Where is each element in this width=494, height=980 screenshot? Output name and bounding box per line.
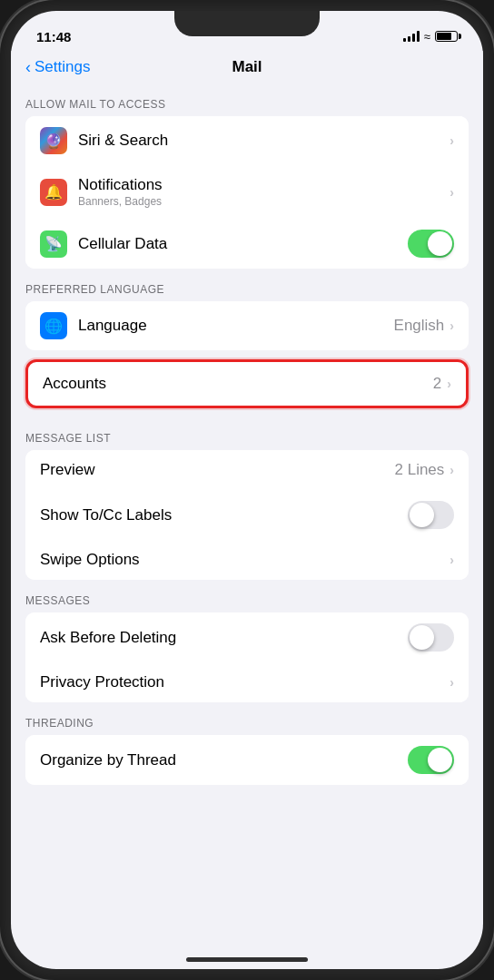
preview-value: 2 Lines bbox=[395, 461, 445, 479]
threading-group: Organize by Thread bbox=[25, 735, 469, 785]
privacy-protection-row[interactable]: Privacy Protection › bbox=[25, 662, 469, 702]
ask-before-deleting-title: Ask Before Deleting bbox=[40, 629, 408, 647]
section-threading: THREADING Organize by Thread bbox=[11, 702, 483, 785]
privacy-protection-chevron-icon: › bbox=[450, 675, 454, 690]
ask-before-deleting-right bbox=[408, 623, 454, 652]
language-group: 🌐 Language English › bbox=[25, 301, 469, 350]
accounts-wrapper: Accounts 2 › bbox=[25, 359, 469, 408]
section-messages: MESSAGES Ask Before Deleting Privacy bbox=[11, 580, 483, 702]
wifi-icon: ≈ bbox=[424, 30, 430, 44]
notifications-content: Notifications Banners, Badges bbox=[78, 176, 450, 208]
cellular-icon: 📡 bbox=[40, 230, 67, 258]
siri-search-content: Siri & Search bbox=[78, 132, 450, 150]
show-tocc-toggle[interactable] bbox=[408, 501, 454, 529]
siri-search-chevron-icon: › bbox=[450, 133, 454, 148]
language-value: English bbox=[394, 317, 445, 335]
notifications-subtitle: Banners, Badges bbox=[78, 195, 450, 208]
cellular-data-right bbox=[408, 230, 454, 258]
section-messages-header: MESSAGES bbox=[11, 580, 483, 612]
accounts-count: 2 bbox=[433, 375, 441, 393]
accounts-chevron-icon: › bbox=[447, 377, 451, 391]
preview-chevron-icon: › bbox=[450, 463, 454, 477]
siri-icon: 🔮 bbox=[40, 127, 67, 154]
allow-mail-group: 🔮 Siri & Search › 🔔 bbox=[25, 116, 469, 269]
siri-search-row[interactable]: 🔮 Siri & Search › bbox=[25, 116, 469, 165]
siri-search-title: Siri & Search bbox=[78, 132, 450, 150]
language-title: Language bbox=[78, 317, 394, 335]
signal-bar-2 bbox=[408, 36, 410, 42]
notifications-chevron-icon: › bbox=[450, 185, 454, 200]
status-time: 11:48 bbox=[36, 29, 71, 44]
section-message-list: MESSAGE LIST Preview 2 Lines › Show To/C… bbox=[11, 417, 483, 580]
notifications-icon: 🔔 bbox=[40, 179, 67, 206]
language-icon: 🌐 bbox=[40, 312, 67, 339]
message-list-group: Preview 2 Lines › Show To/Cc Labels bbox=[25, 450, 469, 580]
show-tocc-right bbox=[408, 501, 454, 529]
cellular-data-row[interactable]: 📡 Cellular Data bbox=[25, 219, 469, 269]
language-chevron-icon: › bbox=[450, 318, 454, 333]
signal-bar-1 bbox=[403, 38, 406, 42]
cellular-data-content: Cellular Data bbox=[78, 235, 408, 253]
home-indicator bbox=[186, 957, 308, 962]
notifications-row[interactable]: 🔔 Notifications Banners, Badges › bbox=[25, 165, 469, 219]
language-row[interactable]: 🌐 Language English › bbox=[25, 301, 469, 350]
organize-by-thread-right bbox=[408, 746, 454, 774]
signal-bar-4 bbox=[417, 31, 420, 42]
siri-search-right: › bbox=[450, 133, 454, 148]
navigation-bar: ‹ Settings Mail bbox=[11, 51, 483, 83]
accounts-title: Accounts bbox=[43, 375, 433, 393]
section-threading-header: THREADING bbox=[11, 702, 483, 735]
section-preferred-language: PREFERRED LANGUAGE 🌐 Language English › bbox=[11, 269, 483, 350]
privacy-protection-title: Privacy Protection bbox=[40, 673, 450, 691]
ask-before-deleting-toggle-thumb bbox=[410, 625, 434, 650]
show-tocc-toggle-thumb bbox=[410, 503, 434, 527]
privacy-protection-right: › bbox=[450, 675, 454, 690]
notifications-title: Notifications bbox=[78, 176, 450, 194]
organize-by-thread-toggle-thumb bbox=[428, 748, 452, 772]
settings-content: ALLOW MAIL TO ACCESS 🔮 Siri & Search › bbox=[11, 83, 483, 947]
preview-title: Preview bbox=[40, 461, 395, 479]
back-chevron-icon: ‹ bbox=[25, 59, 31, 75]
section-allow-mail-header: ALLOW MAIL TO ACCESS bbox=[11, 83, 483, 116]
messages-group: Ask Before Deleting Privacy Protection › bbox=[25, 612, 469, 702]
phone-frame: 11:48 ≈ ‹ Settings Mail bbox=[0, 0, 494, 980]
page-title: Mail bbox=[232, 58, 262, 76]
preview-row[interactable]: Preview 2 Lines › bbox=[25, 450, 469, 490]
notifications-right: › bbox=[450, 185, 454, 200]
signal-bar-3 bbox=[412, 34, 415, 42]
swipe-options-chevron-icon: › bbox=[450, 553, 454, 567]
show-tocc-title: Show To/Cc Labels bbox=[40, 506, 408, 524]
status-icons: ≈ bbox=[403, 30, 458, 44]
back-label: Settings bbox=[35, 58, 90, 76]
preview-right: 2 Lines › bbox=[395, 461, 455, 479]
ask-before-deleting-row[interactable]: Ask Before Deleting bbox=[25, 612, 469, 662]
accounts-right: 2 › bbox=[433, 375, 451, 393]
organize-by-thread-toggle[interactable] bbox=[408, 746, 454, 774]
notch bbox=[174, 11, 320, 36]
battery-fill bbox=[437, 33, 451, 40]
signal-bars-icon bbox=[403, 31, 420, 42]
battery-icon bbox=[435, 31, 458, 42]
cellular-data-toggle[interactable] bbox=[408, 230, 454, 258]
swipe-options-title: Swipe Options bbox=[40, 551, 450, 569]
show-tocc-row[interactable]: Show To/Cc Labels bbox=[25, 490, 469, 540]
cellular-data-toggle-thumb bbox=[428, 231, 452, 256]
swipe-options-right: › bbox=[450, 553, 454, 567]
language-content: Language bbox=[78, 317, 394, 335]
section-message-list-header: MESSAGE LIST bbox=[11, 417, 483, 450]
organize-by-thread-title: Organize by Thread bbox=[40, 751, 408, 769]
ask-before-deleting-toggle[interactable] bbox=[408, 623, 454, 652]
section-allow-mail: ALLOW MAIL TO ACCESS 🔮 Siri & Search › bbox=[11, 83, 483, 269]
section-language-header: PREFERRED LANGUAGE bbox=[11, 269, 483, 301]
accounts-row[interactable]: Accounts 2 › bbox=[25, 359, 469, 408]
phone-screen: 11:48 ≈ ‹ Settings Mail bbox=[11, 11, 483, 969]
organize-by-thread-row[interactable]: Organize by Thread bbox=[25, 735, 469, 785]
swipe-options-row[interactable]: Swipe Options › bbox=[25, 540, 469, 580]
cellular-data-title: Cellular Data bbox=[78, 235, 408, 253]
language-right: English › bbox=[394, 317, 454, 335]
back-button[interactable]: ‹ Settings bbox=[25, 58, 90, 76]
